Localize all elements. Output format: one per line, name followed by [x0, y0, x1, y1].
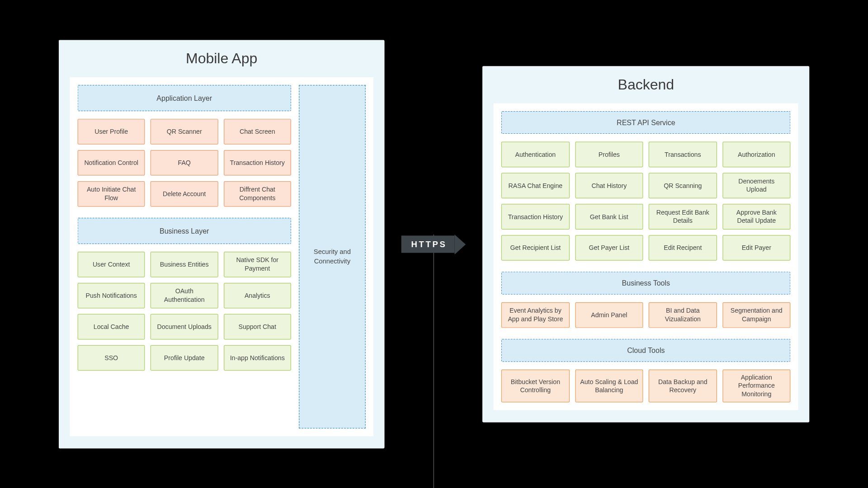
biz-box: Business Entities [151, 252, 218, 277]
biz-box: Native SDK for Payment [224, 252, 291, 277]
rest-box: Edit Recipent [649, 235, 717, 261]
cloud-tools-header: Cloud Tools [501, 339, 791, 361]
https-arrow: HTTPS [401, 234, 466, 254]
rest-box: Denoements Upload [722, 173, 791, 198]
rest-box: QR Scanning [649, 173, 717, 198]
rest-box: Authorization [722, 141, 791, 167]
rest-box: Edit Payer [722, 235, 791, 261]
biz-box: Analytics [224, 282, 291, 308]
biz-box: Push Notifications [77, 282, 145, 308]
application-layer-grid: User Profile QR Scanner Chat Screen Noti… [77, 119, 291, 206]
biztool-box: Admin Panel [575, 302, 643, 328]
biz-box: SSO [77, 345, 145, 371]
rest-box: Authentication [501, 141, 570, 167]
biz-box: Document Uploads [151, 314, 218, 339]
rest-box: Profiles [575, 141, 643, 167]
rest-box: Request Edit Bank Details [649, 204, 717, 230]
rest-box: Transaction History [501, 204, 570, 230]
cloud-box: Application Performance Monitoring [722, 369, 791, 402]
mobile-app-right-column: Security and Connectivity [299, 85, 366, 428]
rest-box: Get Recipient List [501, 235, 570, 261]
rest-box: Approve Bank Detail Update [722, 204, 791, 230]
app-box: FAQ [151, 150, 218, 176]
connector-line [433, 234, 434, 488]
https-label: HTTPS [401, 235, 454, 253]
business-tools-grid: Event Analytics by App and Play Store Ad… [501, 302, 791, 328]
biz-box: OAuth Authentication [151, 282, 218, 308]
biztool-box: Event Analytics by App and Play Store [501, 302, 570, 328]
backend-panel: Backend REST API Service Authentication … [482, 66, 809, 422]
app-box: Diffrent Chat Components [224, 181, 291, 206]
app-box: QR Scanner [151, 119, 218, 145]
business-layer-header: Business Layer [77, 218, 291, 244]
cloud-tools-grid: Bitbucket Version Controlling Auto Scali… [501, 369, 791, 402]
cloud-box: Data Backup and Recovery [649, 369, 717, 402]
app-box: Transaction History [224, 150, 291, 176]
biz-box: User Context [77, 252, 145, 277]
rest-box: Transactions [649, 141, 717, 167]
app-box: Notification Control [77, 150, 145, 176]
https-connector: HTTPS [401, 234, 466, 254]
cloud-box: Auto Scaling & Load Balancing [575, 369, 643, 402]
mobile-app-panel: Mobile App Application Layer User Profil… [59, 40, 385, 448]
backend-title: Backend [494, 76, 798, 93]
rest-api-header: REST API Service [501, 111, 791, 134]
cloud-box: Bitbucket Version Controlling [501, 369, 570, 402]
app-box: Chat Screen [224, 119, 291, 145]
biztool-box: Segmentation and Campaign [722, 302, 791, 328]
rest-api-grid: Authentication Profiles Transactions Aut… [501, 141, 791, 260]
biz-box: Local Cache [77, 314, 145, 339]
biz-box: Support Chat [224, 314, 291, 339]
backend-body: REST API Service Authentication Profiles… [494, 103, 798, 410]
rest-box: RASA Chat Engine [501, 173, 570, 198]
biz-box: Profile Update [151, 345, 218, 371]
app-box: Auto Initiate Chat Flow [77, 181, 145, 206]
app-box: Delete Account [151, 181, 218, 206]
architecture-diagram: Mobile App Application Layer User Profil… [59, 40, 810, 448]
rest-box: Chat History [575, 173, 643, 198]
biztool-box: BI and Data Vizualization [649, 302, 717, 328]
mobile-app-body: Application Layer User Profile QR Scanne… [70, 77, 373, 436]
mobile-app-title: Mobile App [70, 50, 373, 67]
business-layer-grid: User Context Business Entities Native SD… [77, 252, 291, 371]
security-connectivity-box: Security and Connectivity [299, 85, 366, 428]
rest-box: Get Bank List [575, 204, 643, 230]
application-layer-header: Application Layer [77, 85, 291, 111]
business-tools-header: Business Tools [501, 272, 791, 294]
biz-box: In-app Notifications [224, 345, 291, 371]
rest-box: Get Payer List [575, 235, 643, 261]
app-box: User Profile [77, 119, 145, 145]
mobile-app-left-column: Application Layer User Profile QR Scanne… [77, 85, 291, 428]
arrow-head-icon [455, 234, 466, 254]
